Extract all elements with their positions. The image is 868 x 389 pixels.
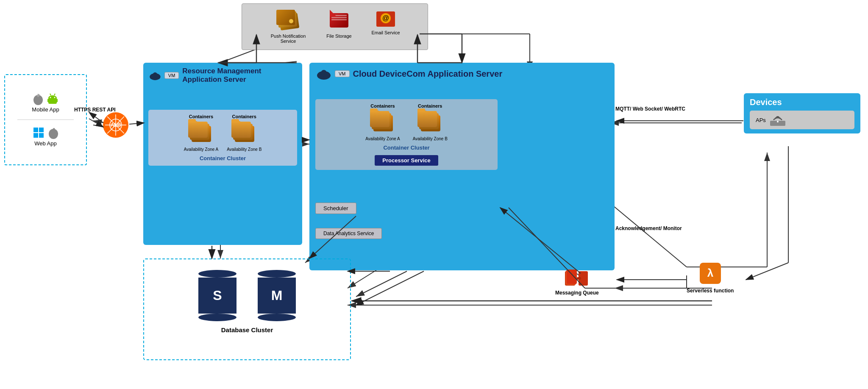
wifi-icon — [770, 114, 785, 126]
svg-point-27 — [50, 97, 51, 98]
svg-line-32 — [54, 94, 55, 95]
devicecom-zone-b: Containers Availability Zone B — [413, 103, 448, 141]
architecture-diagram: Push Notification Service File Storage — [0, 0, 868, 389]
svg-line-89 — [746, 263, 788, 280]
devicecom-cloud-icon — [315, 67, 332, 81]
svg-line-74 — [89, 119, 103, 127]
svg-point-24 — [37, 94, 39, 97]
svg-line-87 — [356, 271, 424, 305]
processor-service-badge: Processor Service — [375, 155, 438, 166]
svg-point-57 — [777, 121, 779, 122]
devicecom-folders-b — [417, 111, 443, 134]
web-app: Web App — [33, 127, 59, 147]
devicecom-cluster-label: Container Cluster — [320, 144, 493, 151]
serverless-icon: λ — [698, 261, 723, 286]
messaging-queue-label: Messaging Queue — [555, 290, 599, 296]
devices-title: Devices — [750, 97, 854, 107]
devices-box: Devices APs — [744, 93, 860, 133]
svg-point-28 — [54, 97, 56, 98]
svg-rect-35 — [33, 133, 38, 138]
alb-badge: ALB — [111, 122, 121, 128]
devicecom-server-title: Cloud DeviceCom Application Server — [353, 69, 503, 79]
file-storage-service: File Storage — [322, 10, 356, 39]
data-analytics-box: Data Analytics Service — [315, 228, 382, 239]
resource-vm-badge: VM — [164, 72, 179, 79]
email-service: @ Email Service — [369, 10, 403, 35]
db-cluster-label: Database Cluster — [221, 326, 273, 333]
apple-icon-2 — [48, 127, 59, 139]
svg-text:λ: λ — [707, 267, 713, 279]
svg-rect-33 — [33, 128, 38, 132]
windows-icon — [33, 127, 45, 139]
svg-rect-34 — [39, 128, 44, 132]
devicecom-zone-a: Containers Availability Zone A — [365, 103, 400, 141]
resource-containers-a-label: Containers — [189, 114, 213, 119]
svg-line-15 — [610, 203, 687, 267]
svg-line-31 — [50, 94, 51, 95]
devicecom-folders-a — [370, 111, 395, 134]
svg-rect-36 — [39, 133, 44, 138]
svg-rect-62 — [577, 277, 581, 280]
svg-rect-30 — [56, 99, 58, 102]
apple-icon — [33, 93, 44, 106]
svg-line-75 — [129, 123, 144, 124]
aps-label: APs — [756, 117, 766, 123]
resource-folders-b — [231, 122, 257, 144]
resource-cluster-label: Container Cluster — [153, 155, 293, 161]
svg-point-55 — [321, 70, 327, 76]
resource-server: VM Resource Management Application Serve… — [143, 63, 302, 245]
database-cluster: S M Database Cluster — [143, 258, 351, 360]
svg-point-51 — [153, 72, 157, 77]
svg-rect-29 — [47, 99, 49, 102]
messaging-queue-icon — [564, 267, 590, 290]
messaging-queue: Messaging Queue — [555, 267, 599, 296]
svg-point-26 — [48, 95, 57, 100]
serverless-label: Serverless function — [687, 288, 734, 294]
alb-container: ALB — [103, 112, 128, 138]
db-m: M — [258, 270, 296, 321]
resource-containers-b-label: Containers — [232, 114, 256, 119]
top-services-box: Push Notification Service File Storage — [242, 3, 428, 50]
scheduler-box: Scheduler — [315, 203, 356, 214]
resource-zone-b-label: Availability Zone B — [227, 147, 262, 152]
svg-line-13 — [356, 271, 407, 297]
resource-zone-a-label: Availability Zone A — [184, 147, 219, 152]
resource-container-cluster: Containers Availability Zone A — [148, 110, 297, 166]
devicecom-server: VM Cloud DeviceCom Application Server Co… — [309, 63, 615, 270]
resource-cloud-icon — [148, 69, 162, 82]
https-rest-api-label: HTTPS REST API — [74, 107, 116, 113]
push-notification-service: Push Notification Service — [267, 10, 309, 44]
resource-zone-a: Containers Availability Zone A — [184, 114, 219, 152]
ap-device: APs — [750, 111, 854, 129]
serverless-function: λ Serverless function — [687, 261, 734, 294]
db-s: S — [198, 270, 236, 321]
resource-server-title: Resource Management Application Server — [182, 67, 297, 84]
client-apps-box: Mobile App Web App — [4, 74, 87, 165]
mqtt-label: MQTT/ Web Socket/ WebRTC — [615, 105, 685, 113]
ack-monitor-label: Acknowledgement/ Monitor — [615, 225, 682, 232]
svg-line-73 — [89, 112, 103, 123]
svg-rect-60 — [567, 270, 577, 284]
devicecom-container-cluster: Containers Availability Zone A — [315, 99, 498, 170]
devicecom-vm-badge: VM — [335, 70, 350, 77]
mobile-app: Mobile App — [32, 93, 59, 113]
resource-zone-b: Containers Availability Zone B — [227, 114, 262, 152]
android-icon — [47, 93, 58, 106]
resource-folders-a — [188, 122, 214, 144]
